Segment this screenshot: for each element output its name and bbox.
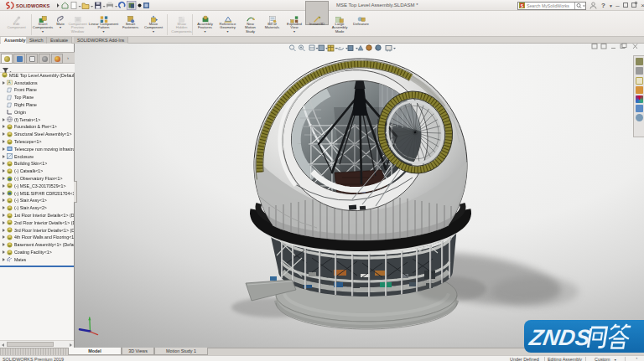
svg-text:ZNDS: ZNDS — [527, 325, 592, 350]
svg-text:SOLIDWORKS: SOLIDWORKS — [16, 3, 50, 8]
